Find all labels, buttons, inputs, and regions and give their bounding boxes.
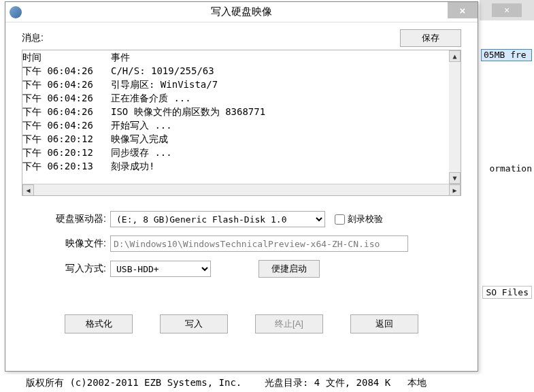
- bg-text-ormation: ormation: [489, 163, 532, 174]
- write-disk-image-dialog: 写入硬盘映像 × 消息: 保存 时间 事件 下午 06:04:26C/H/S: …: [5, 1, 478, 372]
- bg-titlebar: ×: [480, 0, 534, 20]
- log-listbox[interactable]: 时间 事件 下午 06:04:26C/H/S: 1019/255/63下午 06…: [22, 50, 461, 196]
- log-event: 开始写入 ...: [111, 118, 172, 132]
- image-label: 映像文件:: [22, 238, 110, 250]
- log-event: ISO 映像文件的扇区数为 8368771: [111, 105, 265, 118]
- log-event: 映像写入完成: [111, 132, 168, 146]
- log-event: 同步缓存 ...: [111, 146, 172, 159]
- log-event: 刻录成功!: [111, 159, 154, 173]
- log-row[interactable]: 下午 06:04:26开始写入 ...: [22, 118, 449, 132]
- log-row[interactable]: 下午 06:20:12同步缓存 ...: [22, 146, 449, 159]
- log-header: 时间 事件: [22, 50, 449, 64]
- log-row[interactable]: 下午 06:04:26C/H/S: 1019/255/63: [22, 64, 449, 78]
- horizontal-scrollbar[interactable]: ◀ ▶: [22, 184, 461, 195]
- log-row[interactable]: 下午 06:04:26引导扇区: WinVista/7: [22, 78, 449, 91]
- scroll-track-h[interactable]: [34, 184, 449, 195]
- scroll-track[interactable]: [449, 62, 461, 172]
- write-mode-label: 写入方式:: [22, 263, 110, 275]
- log-time: 下午 06:04:26: [22, 118, 111, 132]
- write-mode-select[interactable]: USB-HDD+: [110, 261, 211, 277]
- save-button[interactable]: 保存: [400, 29, 461, 47]
- app-icon: [10, 6, 22, 18]
- drive-select[interactable]: (E:, 8 GB)Generic Flash-Disk 1.0: [110, 211, 325, 227]
- log-time: 下午 06:20:12: [22, 132, 111, 146]
- log-time: 下午 06:04:26: [22, 64, 111, 78]
- message-label: 消息:: [22, 32, 44, 44]
- log-time: 下午 06:04:26: [22, 78, 111, 91]
- back-button[interactable]: 返回: [350, 314, 418, 333]
- log-event: 引导扇区: WinVista/7: [111, 78, 218, 91]
- write-button[interactable]: 写入: [160, 314, 228, 333]
- scroll-up-icon[interactable]: ▲: [449, 50, 461, 62]
- verify-checkbox[interactable]: [335, 214, 345, 225]
- bg-freespace-label: 05MB fre: [481, 49, 532, 61]
- log-row[interactable]: 下午 06:20:13刻录成功!: [22, 159, 449, 173]
- drive-label: 硬盘驱动器:: [22, 213, 110, 225]
- scroll-right-icon[interactable]: ▶: [449, 184, 461, 196]
- log-row[interactable]: 下午 06:20:12映像写入完成: [22, 132, 449, 146]
- close-button[interactable]: ×: [448, 2, 478, 18]
- log-time: 下午 06:20:12: [22, 146, 111, 159]
- log-header-time: 时间: [22, 50, 111, 64]
- stop-button[interactable]: 终止[A]: [255, 314, 323, 333]
- quick-boot-button[interactable]: 便捷启动: [258, 260, 320, 278]
- vertical-scrollbar[interactable]: ▲ ▼: [449, 50, 461, 184]
- log-header-event: 事件: [111, 50, 130, 64]
- dialog-title: 写入硬盘映像: [211, 5, 272, 18]
- log-event: 正在准备介质 ...: [111, 91, 191, 105]
- format-button[interactable]: 格式化: [65, 314, 133, 333]
- log-time: 下午 06:04:26: [22, 105, 111, 118]
- image-path-input[interactable]: [110, 235, 408, 252]
- status-text: 版权所有 (c)2002-2011 EZB Systems, Inc. 光盘目录…: [26, 377, 427, 389]
- log-time: 下午 06:04:26: [22, 91, 111, 105]
- log-row[interactable]: 下午 06:04:26正在准备介质 ...: [22, 91, 449, 105]
- scroll-left-icon[interactable]: ◀: [22, 184, 34, 196]
- bg-text-sofiles: SO Files: [482, 286, 532, 299]
- log-row[interactable]: 下午 06:04:26ISO 映像文件的扇区数为 8368771: [22, 105, 449, 118]
- log-event: C/H/S: 1019/255/63: [111, 64, 214, 78]
- bg-close-button[interactable]: ×: [492, 3, 522, 17]
- verify-label: 刻录校验: [348, 213, 383, 225]
- status-bar: 版权所有 (c)2002-2011 EZB Systems, Inc. 光盘目录…: [0, 374, 534, 392]
- log-time: 下午 06:20:13: [22, 159, 111, 173]
- scroll-down-icon[interactable]: ▼: [449, 172, 461, 184]
- dialog-titlebar[interactable]: 写入硬盘映像 ×: [5, 2, 478, 22]
